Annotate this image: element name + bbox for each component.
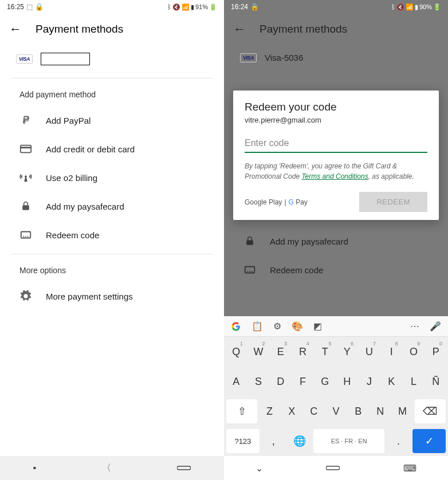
divider-pipe: | [284,198,286,206]
key-i[interactable]: I8 [382,340,402,364]
code-icon [19,229,32,241]
numeric-key[interactable]: ?123 [226,429,260,453]
more-payment-settings-item[interactable]: More payment settings [0,282,224,310]
use-o2-billing-item[interactable]: Use o2 billing [0,163,224,192]
divider [11,254,213,254]
palette-icon[interactable]: 🎨 [292,321,303,332]
svg-point-13 [251,271,253,272]
list-label: Add my paysafecard [46,202,124,211]
list-label: Add my paysafecard [270,237,348,246]
code-input[interactable] [245,135,427,153]
svg-rect-3 [22,205,29,210]
key-w[interactable]: W2 [249,340,269,364]
dimmed-list: Add my paysafecard Redeem code [224,227,448,284]
battery-icon: 🔋 [433,3,441,11]
visa-card-row[interactable]: VISA [0,45,224,73]
nav-keyboard-icon[interactable]: ⌨ [403,463,416,474]
key-ñ[interactable]: Ñ [426,369,446,394]
svg-rect-10 [245,267,255,273]
key-g[interactable]: G [315,369,335,394]
add-paypal-item[interactable]: Add PayPal [0,106,224,135]
key-m[interactable]: M [392,399,412,423]
mute-icon: 🔇 [396,3,404,11]
status-time: 16:24 [231,3,248,11]
enter-key[interactable]: ✓ [412,429,446,453]
gpay-label: G G PayPay [289,198,308,206]
back-arrow-icon[interactable]: ← [9,22,22,37]
key-b[interactable]: B [348,399,368,423]
nav-home-icon[interactable] [177,465,191,471]
key-q[interactable]: Q1 [226,340,246,364]
key-d[interactable]: D [270,369,290,394]
redeem-code-item[interactable]: Redeem code [0,221,224,249]
key-p[interactable]: P0 [426,340,446,364]
key-s[interactable]: S [249,369,269,394]
key-t[interactable]: T5 [315,340,335,364]
svg-point-2 [25,175,27,178]
battery-icon: 🔋 [209,3,217,11]
sticker-icon[interactable]: ◩ [313,321,322,332]
keyboard-row-4: ?123 , 🌐 ES · FR · EN . ✓ [224,426,448,456]
terms-link[interactable]: Terms and Conditions [301,172,368,180]
mute-icon: 🔇 [172,3,180,11]
svg-rect-14 [326,466,340,470]
more-options-section-title: More options [0,259,224,282]
battery-pct: 90% [419,3,432,10]
redeem-dialog: Redeem your code vitre.pierre@gmail.com … [233,91,439,220]
status-bar: 16:25 ⬚ 🔒 ᛒ 🔇 📶 ▮ 91% 🔋 [0,0,224,14]
mic-icon[interactable]: 🎤 [430,321,441,332]
key-r[interactable]: R4 [293,340,313,364]
spacebar-key[interactable]: ES · FR · EN [313,429,384,453]
key-j[interactable]: J [359,369,379,394]
nav-bar: ⌄ ⌨ [224,456,448,480]
nav-hide-keyboard-icon[interactable]: ⌄ [256,463,263,474]
key-k[interactable]: K [382,369,402,394]
gear-icon[interactable]: ⚙ [273,321,281,332]
status-bar: 16:24 🔒 ᛒ 🔇 📶 ▮ 90% 🔋 [224,0,448,14]
key-a[interactable]: A [226,369,246,394]
backspace-key[interactable]: ⌫ [415,399,446,423]
redeem-button[interactable]: REDEEM [359,192,427,212]
nav-home-icon[interactable] [326,465,340,471]
key-n[interactable]: N [371,399,391,423]
screen-left: 16:25 ⬚ 🔒 ᛒ 🔇 📶 ▮ 91% 🔋 ← Payment method… [0,0,224,480]
svg-rect-1 [21,147,31,148]
wifi-icon: 📶 [406,3,414,11]
more-icon[interactable]: ⋯ [410,321,419,332]
gear-icon [19,290,32,302]
key-e[interactable]: E3 [270,340,290,364]
nav-back-icon[interactable]: 〈 [102,462,111,474]
list-label: Add PayPal [46,116,91,125]
card-masked-box [41,53,90,65]
comma-key[interactable]: , [262,429,285,453]
key-f[interactable]: F [293,369,313,394]
key-v[interactable]: V [326,399,346,423]
redeem-code-item: Redeem code [224,255,448,284]
key-h[interactable]: H [337,369,357,394]
svg-point-6 [25,236,26,237]
key-y[interactable]: Y6 [337,340,357,364]
period-key[interactable]: . [387,429,410,453]
keyboard-toolbar: 📋 ⚙ 🎨 ◩ ⋯ 🎤 [224,316,448,337]
lock-icon: 🔒 [250,3,259,11]
key-z[interactable]: Z [260,399,280,423]
key-o[interactable]: O9 [404,340,424,364]
key-c[interactable]: C [304,399,324,423]
nav-recent-icon[interactable]: ▪ [33,463,37,473]
globe-key[interactable]: 🌐 [288,429,311,453]
add-card-item[interactable]: Add credit or debit card [0,135,224,163]
key-l[interactable]: L [404,369,424,394]
header: ← Payment methods [224,14,448,45]
google-icon[interactable] [231,321,241,332]
add-paysafecard-item[interactable]: Add my paysafecard [0,192,224,221]
svg-point-12 [249,271,250,272]
list-label: More payment settings [46,292,133,301]
key-u[interactable]: U7 [359,340,379,364]
bluetooth-icon: ᛒ [167,3,171,10]
key-x[interactable]: X [282,399,302,423]
add-payment-section-title: Add payment method [0,83,224,106]
dialog-title: Redeem your code [245,101,427,113]
back-arrow-icon[interactable]: ← [233,22,246,37]
clipboard-icon[interactable]: 📋 [251,321,263,332]
shift-key[interactable]: ⇧ [226,399,257,423]
